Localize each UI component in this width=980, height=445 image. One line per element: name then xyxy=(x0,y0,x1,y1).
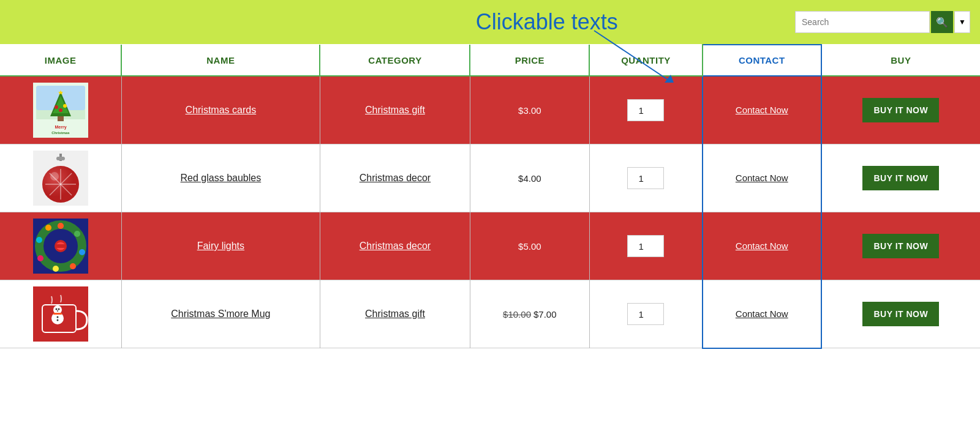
table-body: Merry Christmas Christmas cardsChristmas… xyxy=(0,76,980,348)
svg-rect-17 xyxy=(56,157,65,160)
svg-point-11 xyxy=(63,104,67,108)
svg-point-45 xyxy=(57,310,58,312)
product-image-cell xyxy=(0,212,121,280)
svg-point-31 xyxy=(53,266,59,272)
search-icon: 🔍 xyxy=(936,17,948,28)
price-current: $5.00 xyxy=(518,241,541,252)
product-name-cell: Christmas S'more Mug xyxy=(121,280,320,348)
contact-now-link[interactable]: Contact Now xyxy=(736,309,788,319)
product-category-cell: Christmas decor xyxy=(320,144,470,212)
svg-point-12 xyxy=(59,108,62,112)
table-row: Red glass baublesChristmas decor$4.00Con… xyxy=(0,144,980,212)
product-price-cell: $10.00$7.00 xyxy=(470,280,589,348)
product-name-cell: Fairy lights xyxy=(121,212,320,280)
chevron-down-icon: ▼ xyxy=(959,18,966,26)
svg-rect-8 xyxy=(58,116,64,121)
svg-text:Merry: Merry xyxy=(55,125,66,130)
table-row: Fairy lightsChristmas decor$5.00Contact … xyxy=(0,212,980,280)
product-category-link[interactable]: Christmas gift xyxy=(365,105,425,115)
product-contact-cell: Contact Now xyxy=(703,280,821,348)
svg-point-43 xyxy=(55,309,57,310)
product-category-link[interactable]: Christmas decor xyxy=(360,173,431,183)
svg-point-30 xyxy=(70,263,76,269)
svg-point-47 xyxy=(56,316,58,318)
table-row: Christmas S'more MugChristmas gift$10.00… xyxy=(0,280,980,348)
svg-point-48 xyxy=(56,320,58,321)
product-quantity-cell xyxy=(589,212,703,280)
svg-point-24 xyxy=(50,172,59,181)
product-name-cell: Red glass baubles xyxy=(121,144,320,212)
product-quantity-cell xyxy=(589,280,703,348)
svg-point-33 xyxy=(36,237,42,243)
product-image xyxy=(33,151,88,206)
col-header-price: PRICE xyxy=(470,45,589,76)
search-container: 🔍 ▼ xyxy=(795,11,970,33)
svg-point-44 xyxy=(58,309,59,310)
quantity-input[interactable] xyxy=(627,99,664,121)
product-price-cell: $3.00 xyxy=(470,76,589,144)
product-name-cell: Christmas cards xyxy=(121,76,320,144)
col-header-contact: CONTACT xyxy=(703,45,821,76)
product-category-cell: Christmas gift xyxy=(320,280,470,348)
quantity-input[interactable] xyxy=(627,235,664,257)
buy-now-button[interactable]: BUY IT NOW xyxy=(862,98,939,122)
contact-now-link[interactable]: Contact Now xyxy=(736,241,788,251)
search-button[interactable]: 🔍 xyxy=(931,11,953,33)
col-header-quantity: QUANTITY xyxy=(589,45,703,76)
col-header-category: CATEGORY xyxy=(320,45,470,76)
product-image: Merry Christmas xyxy=(33,83,88,138)
buy-now-button[interactable]: BUY IT NOW xyxy=(862,302,939,326)
product-buy-cell: BUY IT NOW xyxy=(821,76,980,144)
product-name-link[interactable]: Fairy lights xyxy=(197,241,244,251)
product-price-cell: $4.00 xyxy=(470,144,589,212)
product-buy-cell: BUY IT NOW xyxy=(821,280,980,348)
quantity-input[interactable] xyxy=(627,303,664,325)
product-buy-cell: BUY IT NOW xyxy=(821,144,980,212)
contact-now-link[interactable]: Contact Now xyxy=(736,173,788,183)
product-category-cell: Christmas decor xyxy=(320,212,470,280)
svg-point-34 xyxy=(45,225,51,231)
buy-now-button[interactable]: BUY IT NOW xyxy=(862,234,939,258)
product-image-cell xyxy=(0,144,121,212)
product-table: IMAGE NAME CATEGORY PRICE QUANTITY CONTA… xyxy=(0,44,980,349)
clickable-texts-label: Clickable texts xyxy=(476,9,618,35)
product-image xyxy=(33,286,88,342)
product-name-link[interactable]: Red glass baubles xyxy=(181,173,262,183)
svg-point-35 xyxy=(58,223,64,229)
svg-point-32 xyxy=(37,255,43,261)
dropdown-button[interactable]: ▼ xyxy=(954,11,970,33)
search-input[interactable] xyxy=(795,11,930,33)
price-original: $10.00 xyxy=(503,309,531,320)
buy-now-button[interactable]: BUY IT NOW xyxy=(862,166,939,190)
col-header-image: IMAGE xyxy=(0,45,121,76)
svg-point-42 xyxy=(53,305,62,314)
product-contact-cell: Contact Now xyxy=(703,76,821,144)
quantity-input[interactable] xyxy=(627,167,664,189)
product-image-cell xyxy=(0,280,121,348)
product-image-cell: Merry Christmas xyxy=(0,76,121,144)
product-contact-cell: Contact Now xyxy=(703,212,821,280)
product-category-link[interactable]: Christmas decor xyxy=(360,241,431,251)
price-current: $4.00 xyxy=(518,173,541,184)
svg-rect-46 xyxy=(53,313,62,315)
product-name-link[interactable]: Christmas S'more Mug xyxy=(171,309,270,319)
contact-now-link[interactable]: Contact Now xyxy=(736,105,788,115)
product-buy-cell: BUY IT NOW xyxy=(821,212,980,280)
svg-point-10 xyxy=(55,105,58,109)
product-quantity-cell xyxy=(589,76,703,144)
svg-point-37 xyxy=(55,240,67,252)
product-name-link[interactable]: Christmas cards xyxy=(186,105,257,115)
product-quantity-cell xyxy=(589,144,703,212)
product-category-link[interactable]: Christmas gift xyxy=(365,309,425,319)
product-category-cell: Christmas gift xyxy=(320,76,470,144)
table-row: Merry Christmas Christmas cardsChristmas… xyxy=(0,76,980,144)
col-header-buy: BUY xyxy=(821,45,980,76)
product-contact-cell: Contact Now xyxy=(703,144,821,212)
price-current: $3.00 xyxy=(518,105,541,116)
svg-point-36 xyxy=(74,231,80,237)
svg-point-29 xyxy=(79,249,85,255)
product-table-wrapper: IMAGE NAME CATEGORY PRICE QUANTITY CONTA… xyxy=(0,44,980,349)
col-header-name: NAME xyxy=(121,45,320,76)
price-current: $7.00 xyxy=(533,309,557,320)
svg-text:Christmas: Christmas xyxy=(51,131,70,135)
